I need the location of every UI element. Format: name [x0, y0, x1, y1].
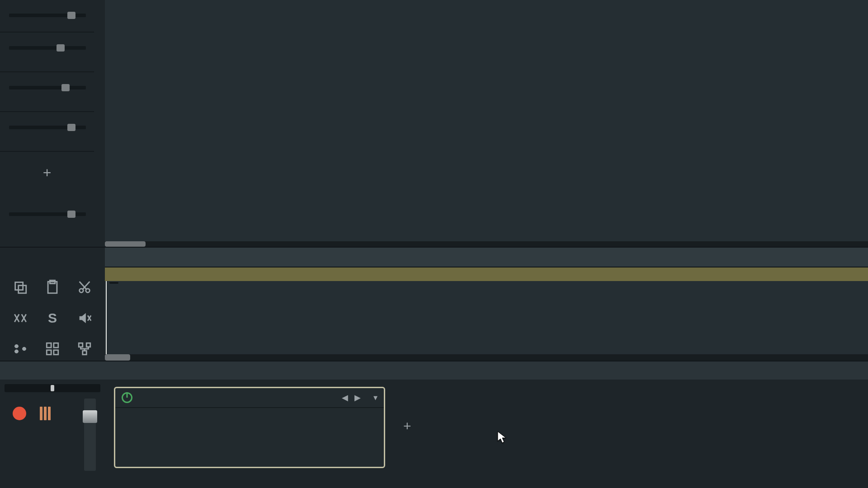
midi-input-button[interactable] — [40, 407, 54, 420]
crossfade-icon[interactable] — [6, 305, 35, 332]
track-color-strip — [94, 0, 105, 247]
bar-gridlines — [105, 0, 868, 247]
automation-icon[interactable] — [6, 335, 35, 362]
track-volume-slider[interactable] — [9, 14, 86, 17]
svg-point-8 — [23, 347, 26, 350]
track-volume-slider[interactable] — [9, 46, 86, 50]
add-device-button[interactable]: + — [403, 418, 418, 434]
track-header-riser[interactable] — [0, 72, 94, 112]
chevron-down-icon[interactable]: ▾ — [373, 393, 377, 403]
preset-next-icon[interactable]: ▶ — [354, 393, 361, 403]
volume-fader[interactable] — [84, 399, 96, 471]
copy-icon[interactable] — [6, 274, 35, 301]
svg-rect-13 — [79, 343, 83, 347]
cut-icon[interactable] — [70, 274, 99, 301]
editor-tabs — [105, 247, 868, 267]
device-chain-label — [105, 361, 868, 380]
audio-clip-name — [109, 282, 118, 284]
svg-rect-14 — [86, 343, 90, 347]
add-track-button[interactable]: + — [0, 152, 94, 197]
audio-editor-waveform[interactable] — [105, 281, 868, 354]
audio-editor-tools: S — [0, 267, 105, 361]
svg-rect-10 — [54, 343, 58, 347]
routing-icon[interactable] — [70, 335, 99, 362]
audio-editor-pane — [105, 267, 868, 361]
svg-point-6 — [15, 350, 18, 353]
plus-icon: + — [403, 418, 411, 434]
svg-rect-11 — [47, 350, 51, 355]
pan-slider[interactable] — [5, 384, 100, 392]
arrangement-scrollbar[interactable] — [105, 241, 868, 247]
svg-rect-9 — [47, 343, 51, 347]
track-header-fx[interactable] — [0, 112, 94, 152]
device-channel-name — [0, 361, 105, 380]
svg-rect-12 — [54, 350, 58, 355]
master-track[interactable] — [0, 197, 94, 234]
svg-point-7 — [15, 345, 18, 348]
svg-rect-15 — [82, 351, 86, 355]
preset-prev-icon[interactable]: ◀ — [342, 393, 348, 403]
track-list: + — [0, 0, 94, 247]
audio-editor-scrollbar[interactable] — [105, 354, 868, 361]
device-delay[interactable]: ◀ ▶ ▾ — [114, 387, 385, 468]
track-volume-slider[interactable] — [9, 126, 86, 129]
track-header-chords[interactable] — [0, 33, 94, 72]
master-volume-slider[interactable] — [9, 212, 86, 216]
solo-icon[interactable]: S — [38, 305, 67, 332]
track-volume-slider[interactable] — [9, 86, 86, 89]
audio-editor-ruler[interactable] — [105, 267, 868, 281]
record-arm-button[interactable] — [13, 407, 26, 420]
mute-icon[interactable] — [70, 305, 99, 332]
plus-icon: + — [43, 165, 52, 180]
paste-icon[interactable] — [38, 274, 67, 301]
playhead[interactable] — [106, 281, 107, 354]
arrangement-area: + — [0, 0, 868, 247]
arrangement-timeline[interactable] — [105, 0, 868, 247]
channel-strip — [0, 380, 105, 488]
grid-icon[interactable] — [38, 335, 67, 362]
device-power-button[interactable] — [122, 392, 132, 403]
content-editor-label — [0, 247, 105, 267]
device-chain-area: ◀ ▶ ▾ + — [105, 380, 868, 488]
track-header-lead[interactable] — [0, 0, 94, 33]
